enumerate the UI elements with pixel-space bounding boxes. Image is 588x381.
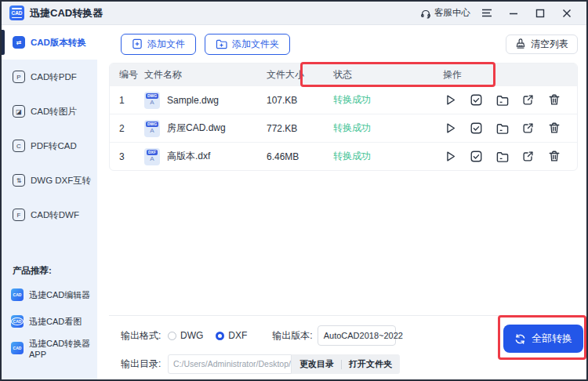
cad-doc-icon: C (13, 140, 25, 152)
table-row: 3 DXFA 高版本.dxf 6.46MB 转换成功 (110, 142, 577, 170)
radio-dwg[interactable]: DWG (168, 330, 203, 341)
title-bar: CAD 迅捷CAD转换器 客服中心 (2, 2, 586, 25)
export-button[interactable] (521, 121, 535, 136)
row-number: 1 (110, 95, 144, 106)
table-row: 1 DWGA Sample.dwg 107.KB 转换成功 (110, 85, 577, 114)
radio-dwg-dot (168, 332, 176, 340)
sidebar-item-label: CAD版本转换 (31, 37, 86, 49)
play-icon (444, 122, 457, 135)
product-label: 迅捷CAD看图 (29, 316, 82, 328)
sidebar-item-label: DWG DXF互转 (31, 175, 91, 187)
menu-button[interactable] (477, 5, 497, 22)
sidebar-item-label: CAD转DWF (31, 209, 79, 221)
delete-button[interactable] (546, 93, 561, 107)
output-version-label: 输出版本: (272, 329, 312, 343)
headset-icon (420, 8, 431, 19)
open-folder-button[interactable] (495, 93, 510, 107)
open-folder-button[interactable] (495, 121, 510, 136)
header-action: 操作 (443, 68, 577, 82)
app-title: 迅捷CAD转换器 (30, 6, 103, 20)
sidebar-item-cad-to-image[interactable]: ◪ CAD转图片 (2, 94, 97, 129)
export-button[interactable] (521, 149, 535, 164)
sidebar-item-cad-to-pdf[interactable]: P CAD转PDF (2, 60, 97, 94)
add-file-icon (132, 38, 143, 49)
convert-refresh-icon (514, 333, 526, 345)
output-version-select[interactable]: AutoCAD2018~2022 (318, 325, 396, 346)
table-header-row: 编号 文件名称 文件大小 状态 操作 (110, 64, 577, 85)
output-version-value: AutoCAD2018~2022 (324, 331, 403, 340)
file-name: Sample.dwg (167, 95, 219, 106)
file-size: 6.46MB (267, 151, 333, 162)
clear-list-button[interactable]: 清空列表 (506, 34, 578, 54)
table-row: 2 DWGA 房屋CAD.dwg 772.KB 转换成功 (110, 114, 577, 142)
product-label: 迅捷CAD转换器APP (29, 338, 97, 359)
preview-button[interactable] (443, 121, 458, 136)
support-center-button[interactable]: 客服中心 (420, 7, 470, 19)
sidebar-item-dwg-dxf-convert[interactable]: ⇅ DWG DXF互转 (2, 163, 97, 198)
divider (341, 360, 342, 369)
hamburger-icon (481, 9, 492, 17)
file-name: 高版本.dxf (167, 150, 210, 163)
sidebar-item-cad-to-dwf[interactable]: F CAD转DWF (2, 198, 97, 232)
preview-button[interactable] (443, 93, 458, 107)
product-cad-viewer[interactable]: CAD 迅捷CAD看图 (2, 308, 97, 335)
export-icon (521, 150, 535, 163)
output-dir-input[interactable]: C:/Users/Administrator/Desktop/迅捷... (168, 354, 292, 374)
add-folder-label: 添加文件夹 (232, 38, 279, 51)
row-number: 2 (110, 123, 144, 134)
radio-dxf-label: DXF (228, 330, 247, 341)
select-button[interactable] (469, 121, 484, 136)
sidebar-item-cad-version-convert[interactable]: ⇄ CAD版本转换 (2, 25, 97, 60)
preview-button[interactable] (443, 149, 458, 164)
radio-dxf-dot (216, 332, 224, 340)
add-folder-button[interactable]: 添加文件夹 (205, 34, 290, 55)
row-number: 3 (110, 151, 144, 162)
dwg-file-icon: DWGA (144, 120, 160, 137)
image-icon: ◪ (13, 105, 25, 118)
select-button[interactable] (469, 149, 484, 164)
dwg-file-icon: DWGA (144, 92, 160, 109)
export-icon (521, 93, 535, 107)
minimize-icon (509, 9, 518, 18)
status-text: 转换成功 (333, 150, 443, 163)
change-dir-button[interactable]: 更改目录 (299, 358, 334, 370)
app-window: CAD 迅捷CAD转换器 客服中心 ⇄ (0, 0, 588, 381)
product-label: 迅捷CAD编辑器 (29, 289, 90, 301)
delete-button[interactable] (546, 121, 561, 136)
sidebar-item-label: PDF转CAD (31, 140, 77, 152)
open-output-folder-button[interactable]: 打开文件夹 (349, 358, 392, 370)
maximize-button[interactable] (530, 5, 550, 22)
open-folder-button[interactable] (495, 149, 510, 164)
close-button[interactable] (557, 5, 577, 22)
export-button[interactable] (521, 93, 535, 107)
file-size: 107.KB (267, 95, 333, 106)
folder-icon (495, 151, 510, 163)
trash-icon (548, 122, 561, 135)
select-button[interactable] (469, 93, 484, 107)
pdf-doc-icon: P (13, 71, 25, 83)
dxf-file-icon: DXFA (144, 148, 160, 165)
delete-button[interactable] (546, 149, 561, 164)
convert-all-button[interactable]: 全部转换 (503, 325, 583, 353)
close-icon (562, 9, 572, 18)
updown-arrows-icon: ⇅ (13, 174, 25, 187)
product-cad-converter-app[interactable]: CAD 迅捷CAD转换器APP (2, 335, 97, 361)
add-file-label: 添加文件 (147, 38, 185, 51)
status-text: 转换成功 (333, 93, 443, 107)
file-name: 房屋CAD.dwg (167, 122, 226, 135)
product-cad-editor[interactable]: CAD 迅捷CAD编辑器 (2, 281, 97, 308)
file-list: 编号 文件名称 文件大小 状态 操作 1 DWGA Sample.dwg 107… (109, 63, 578, 171)
sidebar-item-pdf-to-cad[interactable]: C PDF转CAD (2, 129, 97, 163)
app-logo-icon: CAD (9, 5, 24, 20)
radio-dxf[interactable]: DXF (216, 330, 247, 341)
sidebar-item-label: CAD转图片 (31, 106, 77, 118)
minimize-button[interactable] (503, 5, 524, 22)
trash-icon (548, 93, 561, 107)
status-text: 转换成功 (333, 122, 443, 135)
cad-converter-app-icon: CAD (11, 342, 24, 354)
clear-list-label: 清空列表 (531, 38, 568, 51)
add-file-button[interactable]: 添加文件 (121, 34, 196, 55)
products-section-label: 产品推荐: (13, 265, 97, 277)
radio-dwg-label: DWG (180, 330, 203, 341)
play-icon (444, 93, 457, 107)
